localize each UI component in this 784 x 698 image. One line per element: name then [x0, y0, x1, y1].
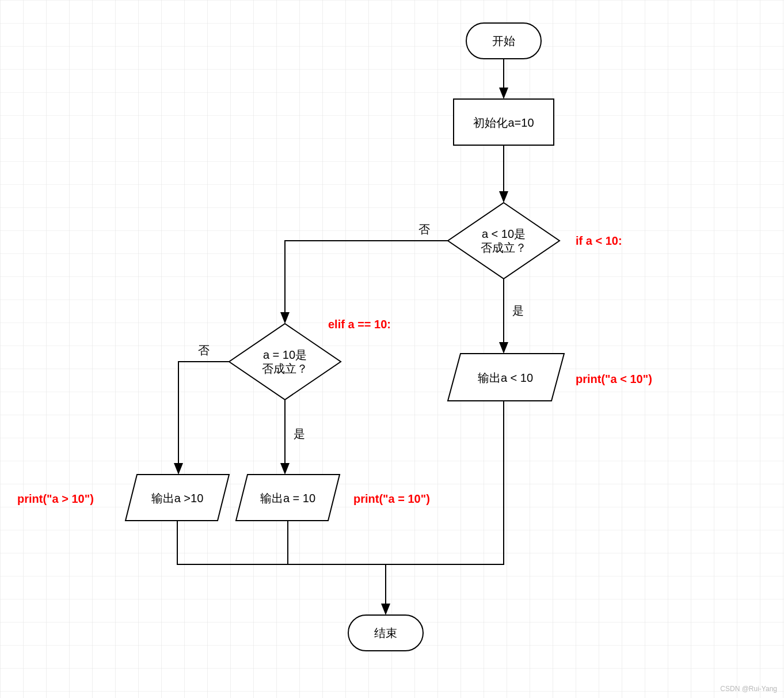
label-yes1: 是 — [512, 304, 524, 317]
decision-1-line2: 否成立？ — [481, 241, 527, 254]
annot-elif: elif a == 10: — [328, 318, 391, 331]
output-lt-node: 输出a < 10 — [448, 354, 564, 401]
output-gt-label: 输出a >10 — [151, 492, 204, 504]
annot-print-eq: print("a = 10") — [353, 492, 430, 505]
output-eq-label: 输出a = 10 — [260, 492, 315, 504]
init-label: 初始化a=10 — [473, 116, 534, 129]
decision-2-line1: a = 10是 — [263, 348, 307, 361]
end-node: 结束 — [348, 615, 423, 651]
output-gt-node: 输出a >10 — [125, 475, 229, 521]
annot-if: if a < 10: — [576, 234, 622, 247]
start-label: 开始 — [492, 35, 515, 47]
decision-1-line1: a < 10是 — [482, 227, 526, 240]
decision-2-line2: 否成立？ — [262, 362, 308, 375]
grid-background — [0, 0, 784, 698]
output-lt-label: 输出a < 10 — [478, 371, 533, 384]
end-label: 结束 — [374, 627, 397, 639]
label-no1: 否 — [418, 223, 430, 236]
label-no2: 否 — [198, 344, 210, 356]
label-yes2: 是 — [294, 427, 305, 440]
start-node: 开始 — [466, 23, 541, 59]
flowchart-canvas: 开始 初始化a=10 a < 10是 否成立？ if a < 10: 否 是 输… — [0, 0, 784, 698]
watermark: CSDN @Rui-Yang — [720, 685, 777, 693]
annot-print-lt: print("a < 10") — [576, 373, 652, 385]
output-eq-node: 输出a = 10 — [236, 475, 340, 521]
annot-print-gt: print("a > 10") — [17, 492, 94, 505]
init-node: 初始化a=10 — [454, 99, 554, 145]
